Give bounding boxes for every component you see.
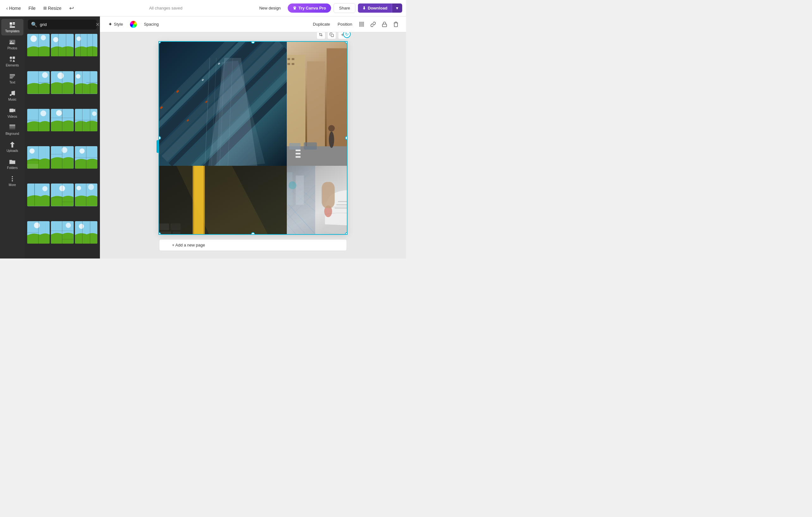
- undo-button[interactable]: ↩: [66, 3, 77, 13]
- link-button[interactable]: [368, 19, 378, 29]
- photo-cell-aerial[interactable]: [159, 42, 287, 166]
- list-item[interactable]: [51, 109, 74, 131]
- svg-rect-114: [360, 22, 361, 23]
- list-item[interactable]: [75, 109, 97, 131]
- photo-cell-sneaker[interactable]: [287, 166, 347, 234]
- svg-point-13: [12, 176, 13, 178]
- list-item[interactable]: [51, 184, 74, 206]
- style-label: Style: [114, 22, 123, 27]
- sidebar-item-templates[interactable]: Templates: [1, 19, 23, 35]
- svg-rect-161: [287, 63, 290, 65]
- sidebar-item-photos[interactable]: Photos: [1, 36, 23, 53]
- share-button[interactable]: Share: [334, 3, 355, 13]
- list-item[interactable]: [75, 34, 97, 56]
- sidebar-item-elements[interactable]: Elements: [1, 53, 23, 70]
- svg-point-19: [41, 35, 46, 40]
- search-clear-button[interactable]: ✕: [95, 22, 99, 28]
- resize-button[interactable]: ⊞ Resize: [41, 4, 64, 12]
- photo-cell-road[interactable]: [159, 166, 287, 234]
- canvas[interactable]: [159, 42, 347, 234]
- duplicate-button[interactable]: Duplicate: [310, 20, 333, 28]
- svg-rect-12: [9, 109, 14, 112]
- home-button[interactable]: ‹ Home: [4, 4, 23, 12]
- style-button[interactable]: ✦ Style: [105, 20, 126, 29]
- list-item[interactable]: [27, 184, 50, 206]
- delete-button[interactable]: [391, 19, 401, 29]
- canvas-top-actions: [317, 32, 347, 39]
- sidebar-item-music[interactable]: Music: [1, 87, 23, 104]
- try-pro-button[interactable]: ♛ Try Canva Pro: [288, 3, 331, 13]
- svg-point-202: [289, 182, 297, 190]
- list-item[interactable]: [75, 146, 97, 169]
- list-item[interactable]: [51, 71, 74, 94]
- svg-point-7: [10, 57, 12, 59]
- svg-point-49: [40, 110, 46, 116]
- list-item[interactable]: [75, 221, 97, 244]
- copy-button[interactable]: [327, 32, 336, 39]
- position-button[interactable]: Position: [335, 20, 355, 28]
- list-item[interactable]: [27, 71, 50, 94]
- svg-point-98: [34, 222, 39, 228]
- svg-point-167: [329, 132, 334, 148]
- svg-rect-128: [363, 26, 364, 27]
- photo-cell-street[interactable]: [287, 42, 347, 166]
- list-item[interactable]: [51, 146, 74, 169]
- right-content: ✦ Style Spacing Duplicate Position: [100, 17, 406, 258]
- add-page-button[interactable]: + Add a new page: [159, 239, 347, 251]
- sidebar-item-folders[interactable]: Folders: [1, 156, 23, 172]
- svg-point-103: [66, 223, 71, 228]
- toolbar-right-actions: Duplicate Position: [310, 19, 401, 29]
- list-item[interactable]: [27, 109, 50, 131]
- svg-rect-119: [362, 23, 363, 24]
- download-caret-button[interactable]: ▼: [392, 3, 402, 13]
- svg-rect-69: [27, 164, 38, 169]
- list-item[interactable]: [27, 146, 50, 169]
- list-item[interactable]: [27, 221, 50, 244]
- file-label: File: [28, 6, 36, 11]
- lock-button[interactable]: [379, 19, 389, 29]
- svg-rect-2: [13, 24, 15, 25]
- svg-rect-3: [10, 25, 12, 26]
- template-grid: [25, 33, 100, 258]
- search-bar: 🔍 ✕: [28, 20, 97, 29]
- list-item[interactable]: [27, 34, 50, 56]
- svg-point-54: [56, 110, 62, 116]
- crop-button[interactable]: [317, 32, 325, 39]
- list-item[interactable]: [75, 71, 97, 94]
- try-pro-label: Try Canva Pro: [298, 6, 326, 10]
- music-label: Music: [8, 98, 17, 101]
- sidebar-item-uploads[interactable]: Uploads: [1, 139, 23, 155]
- handle-bottom-mid[interactable]: [251, 232, 255, 234]
- templates-label: Templates: [5, 29, 20, 33]
- sidebar-item-text[interactable]: Text: [1, 70, 23, 87]
- list-item[interactable]: [51, 34, 74, 56]
- search-input[interactable]: [40, 22, 93, 27]
- music-icon: [9, 90, 16, 97]
- background-label: Bkground: [6, 132, 19, 135]
- grid-pattern-button[interactable]: [357, 19, 367, 29]
- spacing-button[interactable]: Spacing: [141, 20, 162, 28]
- handle-bottom-right[interactable]: [345, 232, 347, 234]
- svg-rect-209: [322, 182, 335, 208]
- svg-rect-117: [359, 23, 360, 24]
- handle-mid-right[interactable]: [345, 136, 347, 140]
- svg-point-94: [88, 184, 94, 190]
- color-wheel-button[interactable]: [130, 21, 137, 28]
- elements-label: Elements: [6, 63, 19, 67]
- new-design-button[interactable]: New design: [255, 4, 285, 12]
- sidebar-item-background[interactable]: Bkground: [1, 121, 23, 138]
- templates-panel: 🔍 ✕: [25, 17, 100, 258]
- list-item[interactable]: [51, 221, 74, 244]
- download-main-button[interactable]: ⬇ Download: [358, 3, 392, 13]
- sidebar-icons: Templates Photos Elements Text: [0, 17, 25, 258]
- sidebar-item-videos[interactable]: Videos: [1, 104, 23, 121]
- svg-rect-120: [363, 23, 364, 24]
- svg-point-15: [12, 180, 13, 182]
- svg-rect-162: [292, 63, 294, 65]
- list-item[interactable]: [75, 184, 97, 206]
- rotate-handle[interactable]: ↻: [343, 32, 351, 38]
- svg-rect-1: [13, 23, 15, 24]
- sidebar-item-more[interactable]: More: [1, 173, 23, 189]
- grid-icon: [359, 22, 365, 27]
- file-menu[interactable]: File: [26, 4, 38, 12]
